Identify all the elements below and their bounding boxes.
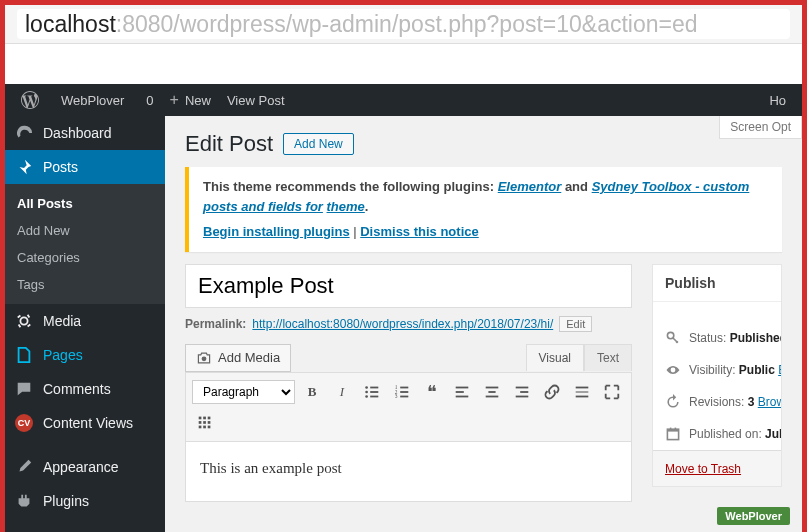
comments-link[interactable]: 0 <box>132 93 161 108</box>
notice-plugin-elementor[interactable]: Elementor <box>498 179 562 194</box>
sidebar-label: Comments <box>43 381 111 397</box>
plugin-icon <box>15 492 33 510</box>
post-editor[interactable]: This is an example post <box>185 442 632 502</box>
link-button[interactable] <box>539 379 565 405</box>
sidebar-label: Pages <box>43 347 83 363</box>
visibility-edit-link[interactable]: E <box>778 363 781 377</box>
sidebar-item-posts[interactable]: Posts <box>5 150 165 184</box>
howdy[interactable]: Ho <box>761 93 794 108</box>
pub-revisions: Revisions: 3 Brow <box>653 386 781 418</box>
new-link[interactable]: + New <box>162 91 219 109</box>
comments-count: 0 <box>146 93 153 108</box>
wp-logo-icon[interactable] <box>13 91 47 109</box>
svg-point-2 <box>365 386 368 389</box>
browser-urlbar: localhost:8080/wordpress/wp-admin/post.p… <box>5 5 802 44</box>
align-right-button[interactable] <box>509 379 535 405</box>
notice-plugin-sydney-2[interactable]: theme <box>327 199 365 214</box>
publish-box: Publish Status: Published Visibility: Pu… <box>652 264 782 487</box>
sidebar-item-dashboard[interactable]: Dashboard <box>5 116 165 150</box>
site-name: WebPlover <box>61 93 124 108</box>
permalink-url[interactable]: http://localhost:8080/wordpress/index.ph… <box>252 317 553 331</box>
svg-rect-18 <box>488 391 495 393</box>
wp-adminbar: WebPlover 0 + New View Post Ho <box>5 84 802 116</box>
sub-all-posts[interactable]: All Posts <box>5 190 165 217</box>
ol-button[interactable]: 123 <box>389 379 415 405</box>
align-left-button[interactable] <box>449 379 475 405</box>
svg-point-0 <box>20 317 27 324</box>
url-rest: :8080/wordpress/wp-admin/post.php?post=1… <box>116 11 698 38</box>
sidebar-item-media[interactable]: Media <box>5 304 165 338</box>
revisions-browse-link[interactable]: Brow <box>758 395 781 409</box>
svg-rect-25 <box>576 395 589 397</box>
svg-rect-11 <box>400 391 408 393</box>
svg-rect-21 <box>520 391 528 393</box>
permalink-edit-button[interactable]: Edit <box>559 316 592 332</box>
svg-rect-27 <box>203 416 206 419</box>
align-center-button[interactable] <box>479 379 505 405</box>
publish-heading: Publish <box>653 265 781 302</box>
pub-status: Status: Published <box>653 322 781 354</box>
url-field[interactable]: localhost:8080/wordpress/wp-admin/post.p… <box>17 9 790 39</box>
sidebar-label: Plugins <box>43 493 89 509</box>
svg-rect-23 <box>576 386 589 388</box>
svg-rect-5 <box>370 391 378 393</box>
fullscreen-button[interactable] <box>599 379 625 405</box>
sub-categories[interactable]: Categories <box>5 244 165 271</box>
dismiss-notice-link[interactable]: Dismiss this notice <box>360 224 478 239</box>
add-new-button[interactable]: Add New <box>283 133 354 155</box>
gap <box>5 44 802 84</box>
tab-text[interactable]: Text <box>584 344 632 371</box>
tab-visual[interactable]: Visual <box>526 344 584 371</box>
svg-point-4 <box>365 390 368 393</box>
ul-button[interactable] <box>359 379 385 405</box>
screen-options-tab[interactable]: Screen Opt <box>719 116 802 139</box>
svg-rect-28 <box>208 416 211 419</box>
sidebar-label: Dashboard <box>43 125 112 141</box>
camera-icon <box>196 350 212 366</box>
svg-rect-31 <box>208 421 211 424</box>
move-to-trash-link[interactable]: Move to Trash <box>665 462 741 476</box>
cv-badge-icon: CV <box>15 414 33 432</box>
sub-tags[interactable]: Tags <box>5 271 165 298</box>
media-icon <box>15 312 33 330</box>
quote-button[interactable]: ❝ <box>419 379 445 405</box>
new-label: New <box>185 93 211 108</box>
add-media-button[interactable]: Add Media <box>185 344 291 372</box>
permalink-label: Permalink: <box>185 317 246 331</box>
svg-rect-34 <box>208 425 211 428</box>
more-button[interactable] <box>569 379 595 405</box>
notice-lead: This theme recommends the following plug… <box>203 179 498 194</box>
post-title-input[interactable] <box>185 264 632 308</box>
sub-add-new[interactable]: Add New <box>5 217 165 244</box>
bold-button[interactable]: B <box>299 379 325 405</box>
svg-rect-24 <box>576 391 589 393</box>
calendar-icon <box>665 426 681 442</box>
svg-point-35 <box>667 332 673 338</box>
svg-rect-38 <box>670 427 672 430</box>
view-post-link[interactable]: View Post <box>219 93 293 108</box>
sidebar-item-plugins[interactable]: Plugins <box>5 484 165 518</box>
svg-rect-3 <box>370 386 378 388</box>
svg-rect-30 <box>203 421 206 424</box>
eye-icon <box>665 362 681 378</box>
begin-installing-link[interactable]: Begin installing plugins <box>203 224 350 239</box>
italic-button[interactable]: I <box>329 379 355 405</box>
sidebar-item-appearance[interactable]: Appearance <box>5 450 165 484</box>
plugin-notice: This theme recommends the following plug… <box>185 167 782 252</box>
svg-rect-37 <box>667 429 678 431</box>
svg-point-6 <box>365 395 368 398</box>
sidebar-item-comments[interactable]: Comments <box>5 372 165 406</box>
url-host: localhost <box>25 11 116 38</box>
page-icon <box>15 346 33 364</box>
sidebar-item-pages[interactable]: Pages <box>5 338 165 372</box>
svg-rect-16 <box>456 395 469 397</box>
svg-rect-22 <box>516 395 529 397</box>
format-select[interactable]: Paragraph <box>192 380 295 404</box>
site-link[interactable]: WebPlover <box>47 93 132 108</box>
posts-submenu: All Posts Add New Categories Tags <box>5 184 165 304</box>
kitchen-sink-button[interactable] <box>192 409 218 435</box>
svg-rect-15 <box>456 391 464 393</box>
sidebar-label: Posts <box>43 159 78 175</box>
sidebar-item-content-views[interactable]: CV Content Views <box>5 406 165 440</box>
svg-rect-17 <box>486 386 499 388</box>
